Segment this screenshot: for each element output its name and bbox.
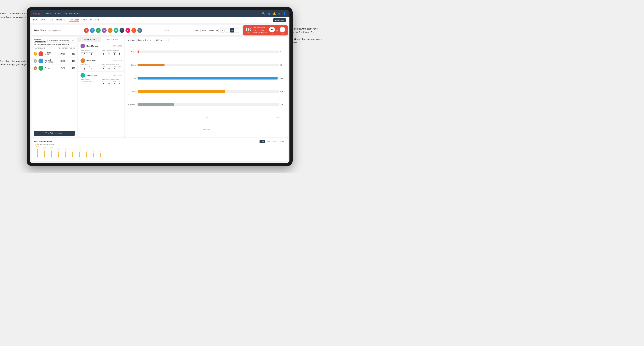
nav-icons: 🔍 👥 🔔 ⚙ 👤 (262, 12, 286, 15)
chart-row-birdies: Birdies 96 (128, 64, 286, 66)
view-cards-button[interactable]: ▦ (230, 28, 234, 32)
avatar-richard (38, 51, 44, 56)
yards-start: 16 (269, 27, 275, 32)
bell-icon[interactable]: 🔔 (273, 12, 276, 15)
player-name-blair: Blair McHarg (86, 45, 112, 47)
chart-row-bogeys: Bogeys 311 (128, 90, 286, 93)
axis-400: 400 (276, 117, 278, 118)
avatar-7: T (120, 28, 124, 33)
player-score-2: 18/20 (56, 60, 65, 62)
dbogeys-bar (138, 103, 174, 106)
leaderboard-title: Practice Leaderboards (34, 39, 48, 43)
avatar-9: S (132, 28, 136, 33)
add-team-button[interactable]: Add Team (273, 18, 286, 22)
player-date-rees: 02 Sep 2023 (113, 60, 122, 61)
edit-icon[interactable]: ✏ (59, 29, 61, 31)
people-icon[interactable]: 👥 (268, 12, 270, 15)
main-content: Team Clippd | 14 Players ✏ R E C B J M T… (30, 23, 290, 163)
subnav-pgat[interactable]: PGAT Players (33, 19, 45, 22)
subnav-team-clippd[interactable]: Team Clippd (68, 19, 79, 22)
team-name: Team Clippd (34, 29, 46, 32)
dbogeys-value: 131 (280, 103, 286, 105)
tablet-screen: clippd Home Teams My Performance 🔍 👥 🔔 ⚙… (30, 10, 290, 163)
chart-axis: 0 200 400 (138, 117, 286, 118)
avatar-5: J (108, 28, 112, 33)
view-icons: ⊞ ≡ ▦ ↕ (220, 28, 239, 32)
subnav-pga[interactable]: PGA (49, 19, 53, 22)
streak-dot-4x-2: 4x (78, 149, 81, 157)
arrow-icon: → (276, 29, 278, 32)
tablet-frame: clippd Home Teams My Performance 🔍 👥 🔔 ⚙… (26, 7, 292, 166)
player-name-rees: Rees Britt (86, 60, 112, 62)
view-full-leaderboard-button[interactable]: View Full Leaderboard (34, 131, 75, 136)
player-name-2: Edward Crossman (45, 59, 54, 63)
par-filter-select[interactable]: Par 3, 4 & 5s (136, 39, 152, 42)
streaks-putt-button[interactable]: PUTT (279, 140, 286, 143)
search-icon[interactable]: 🔍 (262, 12, 265, 15)
practice-2: 4 (89, 68, 94, 70)
eagles-value: 3 (280, 51, 286, 53)
rank-3: 3 (34, 66, 37, 70)
view-grid-button[interactable]: ⊞ (220, 28, 224, 32)
birdies-bar (138, 64, 164, 66)
lb-entry-1: 1 Richard Butler 19/20 110 (32, 50, 77, 57)
rank-1: 1 (34, 52, 37, 56)
birdies-bar-container (138, 64, 279, 66)
show-period-select[interactable]: Last 3 months (200, 29, 218, 32)
birdies-value: 96 (280, 64, 286, 66)
bogeys-bar-container (138, 90, 279, 93)
team-info: Team Clippd | 14 Players ✏ (34, 29, 61, 32)
streaks-subtitle: Off The Tee, Fairway Accuracy (34, 144, 285, 145)
streaks-title: Best Round Streaks (34, 141, 52, 143)
scoring-panel: Scoring Par 3, 4 & 5s All Players Eagles (125, 37, 288, 137)
player-name-josh: Josh Coles (86, 74, 112, 76)
streaks-ott-button[interactable]: OTT (260, 140, 265, 143)
rank-2: 2 (34, 59, 37, 63)
scoring-header: Scoring Par 3, 4 & 5s All Players (125, 37, 288, 44)
nav-my-performance[interactable]: My Performance (64, 12, 80, 15)
streaks-arg-button[interactable]: ARG (272, 140, 278, 143)
lb-entry-3: 3 Cameron... 17/20 103 (32, 65, 77, 72)
axis-0: 0 (138, 117, 138, 118)
streak-dot-3x-1: 3x (92, 150, 95, 157)
activity-panel: Most Active Least Active Blair McHarg 26… (78, 37, 124, 137)
avatar-cameron (38, 66, 44, 71)
streaks-filters: OTT APP ARG PUTT (260, 140, 285, 143)
subnav-all-players[interactable]: All Players (90, 19, 99, 22)
navbar: clippd Home Teams My Performance 🔍 👥 🔔 ⚙… (30, 10, 290, 17)
streaks-panel: Best Round Streaks OTT APP ARG PUTT Off … (32, 138, 288, 161)
player-name-1: Richard Butler (45, 52, 54, 56)
view-list-button[interactable]: ≡ (225, 28, 230, 32)
user-icon[interactable]: 👤 (283, 12, 286, 15)
player-score-1: 19/20 (56, 53, 65, 55)
player-date-blair: 26 Aug 2023 (113, 45, 122, 47)
subnav: PGAT Players PGA Hcaps 1-5 Team Clippd T… (30, 17, 290, 23)
nav-home[interactable]: Home (46, 12, 51, 15)
subnav-tour[interactable]: Tour (83, 19, 86, 22)
streaks-chart: 7x 6x 6x (34, 147, 285, 159)
lb-col-headers: PLAYER NAME PB SCORE PB AVG SQ (32, 46, 77, 50)
tournament-2: 8 (80, 68, 88, 70)
pars-label: Pars (128, 77, 136, 79)
least-active-tab[interactable]: Least Active (101, 37, 124, 42)
nav-teams[interactable]: Teams (55, 12, 61, 15)
avatar-edward (38, 58, 44, 63)
view-sort-button[interactable]: ↕ (235, 28, 239, 32)
settings-icon[interactable]: ⚙ (278, 12, 280, 15)
eagles-bar-container (138, 50, 279, 53)
players-filter-select[interactable]: All Players (154, 39, 168, 42)
subnav-links: PGAT Players PGA Hcaps 1-5 Team Clippd T… (33, 19, 273, 22)
player-cards: Blair McHarg 26 Aug 2023 Total Rounds To… (78, 42, 124, 137)
subnav-hcaps[interactable]: Hcaps 1-5 (56, 19, 65, 22)
drill-selector[interactable]: PUTT Must Make Putting ... (48, 39, 75, 42)
shot-details: Shot Dist: 16 yds Start Lie: Rough End L… (253, 26, 268, 34)
nav-logo: clippd (33, 12, 40, 15)
streaks-app-button[interactable]: APP (266, 140, 272, 143)
tournament-1: 7 (80, 53, 88, 55)
activity-tabs: Most Active Least Active (78, 37, 124, 42)
three-columns: Practice Leaderboards PUTT Must Make Put… (32, 37, 288, 137)
team-count: | 14 Players (48, 29, 58, 31)
scoring-chart: Eagles 3 Birdies 96 (125, 44, 288, 137)
most-active-tab[interactable]: Most Active (78, 37, 101, 42)
chart-row-eagles: Eagles 3 (128, 50, 286, 53)
